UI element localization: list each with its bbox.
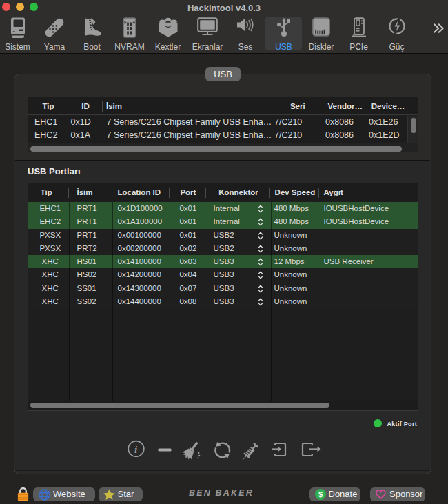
svg-text:$: $ [318,490,322,498]
svg-text:i: i [134,444,138,455]
